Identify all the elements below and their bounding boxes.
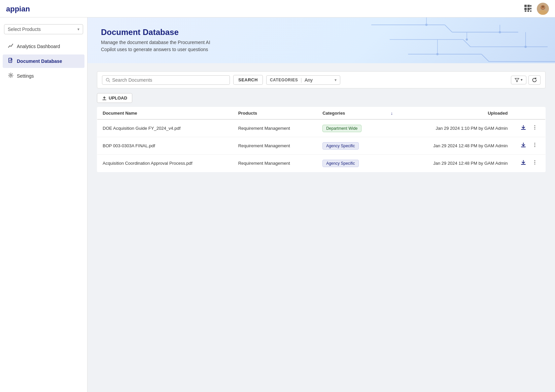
chevron-down-icon: ▾ — [335, 78, 337, 82]
sidebar-document-label: Document Database — [17, 58, 62, 64]
cell-document-name: DOE Acquisition Guide FY_2024_v4.pdf — [97, 119, 233, 137]
download-button[interactable] — [518, 141, 528, 150]
svg-rect-13 — [525, 10, 526, 12]
cell-sort-space — [384, 137, 398, 155]
cell-categories: Agency Specific — [317, 137, 384, 155]
select-products-label: Select Products — [8, 27, 41, 32]
categories-value: Any — [305, 77, 332, 83]
download-button[interactable] — [518, 159, 528, 168]
svg-text:appian: appian — [6, 5, 30, 13]
col-sort[interactable]: ↓ — [384, 107, 398, 120]
main-layout: Select Products ▾ Analytics Dashboard Do… — [0, 17, 555, 392]
col-categories: Categories — [317, 107, 384, 120]
categories-dropdown[interactable]: CATEGORIES | Any ▾ — [266, 75, 340, 85]
cell-sort-space — [384, 155, 398, 172]
more-options-button[interactable] — [530, 141, 540, 150]
appian-logo[interactable]: appian — [6, 4, 36, 13]
categories-label: CATEGORIES — [270, 78, 298, 82]
download-icon — [520, 124, 526, 130]
grid-icon[interactable] — [524, 4, 531, 13]
table-row: BOP 003-0303A FINAL.pdf Requirement Mana… — [97, 137, 546, 155]
chart-icon — [8, 43, 13, 50]
refresh-icon — [532, 77, 537, 83]
svg-rect-14 — [527, 10, 529, 12]
cell-actions — [513, 155, 545, 172]
gear-icon — [8, 73, 13, 79]
cell-categories: Department Wide — [317, 119, 384, 137]
svg-point-49 — [534, 125, 535, 126]
sidebar-item-document-database[interactable]: Document Database — [3, 54, 84, 68]
search-field-wrap — [102, 75, 230, 85]
main-content: Document Database Manage the document da… — [88, 17, 555, 392]
select-products-dropdown[interactable]: Select Products ▾ — [4, 24, 83, 34]
download-button[interactable] — [518, 124, 528, 133]
banner-description: Manage the document database the Procure… — [101, 39, 542, 53]
more-icon — [532, 124, 538, 130]
svg-rect-10 — [525, 8, 526, 9]
page-banner: Document Database Manage the document da… — [88, 17, 555, 63]
category-badge: Agency Specific — [322, 142, 358, 150]
col-uploaded: Uploaded — [398, 107, 513, 120]
cell-document-name: Acquisition Coordination Approval Proces… — [97, 155, 233, 172]
search-icon — [106, 78, 110, 82]
refresh-button[interactable] — [528, 75, 541, 85]
cell-actions — [513, 137, 545, 155]
svg-point-24 — [10, 75, 12, 76]
svg-rect-7 — [525, 5, 526, 7]
topnav-right — [524, 3, 549, 15]
sidebar-item-settings[interactable]: Settings — [3, 69, 84, 83]
sidebar-settings-label: Settings — [17, 73, 34, 79]
svg-rect-15 — [530, 10, 531, 12]
download-icon — [520, 159, 526, 165]
documents-table: Document Name Products Categories ↓ Uplo… — [97, 107, 546, 172]
cell-uploaded: Jan 29 2024 12:48 PM by GAM Admin — [398, 155, 513, 172]
content-area: SEARCH CATEGORIES | Any ▾ ▾ — [88, 63, 555, 180]
svg-point-57 — [534, 160, 535, 161]
search-input[interactable] — [112, 77, 226, 83]
table-row: Acquisition Coordination Approval Proces… — [97, 155, 546, 172]
svg-point-55 — [534, 146, 535, 147]
category-badge: Department Wide — [322, 125, 361, 132]
more-icon — [532, 159, 538, 165]
table-row: DOE Acquisition Guide FY_2024_v4.pdf Req… — [97, 119, 546, 137]
user-avatar[interactable] — [537, 3, 549, 15]
svg-point-59 — [534, 164, 535, 165]
col-actions — [513, 107, 545, 120]
svg-point-50 — [534, 127, 535, 128]
cell-categories: Agency Specific — [317, 155, 384, 172]
filter-button[interactable]: ▾ — [511, 76, 526, 84]
svg-point-39 — [436, 53, 439, 55]
col-products: Products — [233, 107, 317, 120]
table-header-row: Document Name Products Categories ↓ Uplo… — [97, 107, 546, 120]
svg-point-58 — [534, 162, 535, 163]
cell-uploaded: Jan 29 2024 1:10 PM by GAM Admin — [398, 119, 513, 137]
cell-products: Requirement Management — [233, 119, 317, 137]
svg-point-37 — [425, 24, 428, 26]
cell-actions — [513, 119, 545, 137]
svg-rect-11 — [527, 8, 529, 9]
upload-icon — [102, 96, 107, 101]
sidebar: Select Products ▾ Analytics Dashboard Do… — [0, 17, 88, 392]
file-icon — [8, 58, 13, 65]
upload-button[interactable]: UPLOAD — [97, 93, 132, 103]
svg-point-20 — [542, 6, 544, 8]
svg-rect-12 — [530, 8, 531, 9]
page-title: Document Database — [101, 28, 542, 37]
sidebar-analytics-label: Analytics Dashboard — [17, 44, 60, 49]
search-button[interactable]: SEARCH — [233, 75, 263, 85]
download-icon — [520, 142, 526, 148]
category-badge: Agency Specific — [322, 160, 358, 167]
cell-products: Requirement Management — [233, 137, 317, 155]
svg-rect-8 — [527, 5, 529, 7]
cell-document-name: BOP 003-0303A FINAL.pdf — [97, 137, 233, 155]
more-options-button[interactable] — [530, 159, 540, 168]
cell-uploaded: Jan 29 2024 12:48 PM by GAM Admin — [398, 137, 513, 155]
chevron-down-icon: ▾ — [77, 27, 79, 32]
toolbar-actions: ▾ — [511, 75, 541, 85]
search-toolbar: SEARCH CATEGORIES | Any ▾ ▾ — [97, 71, 546, 88]
svg-rect-9 — [530, 5, 531, 7]
sidebar-item-analytics[interactable]: Analytics Dashboard — [3, 40, 84, 53]
cell-products: Requirement Management — [233, 155, 317, 172]
more-options-button[interactable] — [530, 124, 540, 133]
cell-sort-space — [384, 119, 398, 137]
